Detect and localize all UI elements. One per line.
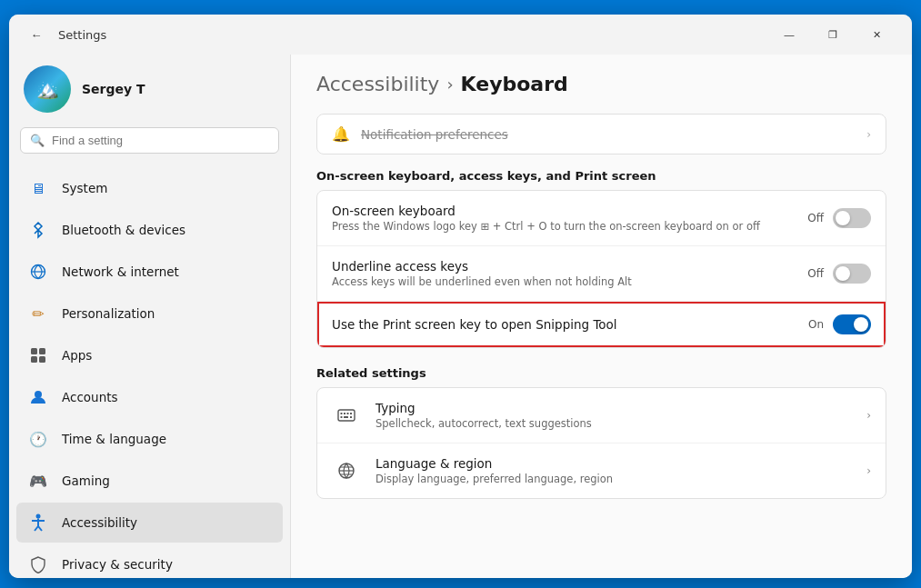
svg-rect-12 [338,410,355,421]
print-screen-control: On [808,314,871,334]
language-region-text: Language & region Display language, pref… [375,456,852,485]
related-settings-card: Typing Spellcheck, autocorrect, text sug… [316,387,886,499]
notification-chevron-icon: › [866,128,871,141]
gaming-icon: 🎮 [27,470,49,492]
language-icon [332,456,361,485]
apps-icon [27,344,49,366]
settings-window: ← Settings — ❐ ✕ 🏔️ Sergey T 🔍 🖥 System [9,15,912,578]
onscreen-keyboard-row: On-screen keyboard Press the Windows log… [317,191,886,246]
close-button[interactable]: ✕ [856,20,897,49]
svg-rect-16 [350,413,352,414]
network-icon [27,261,49,283]
sidebar: 🏔️ Sergey T 🔍 🖥 System Bluetooth [9,55,291,578]
toggle-thumb-3 [854,317,868,332]
sidebar-item-gaming[interactable]: 🎮 Gaming [16,461,283,501]
related-settings-section: Related settings Typing Spellcheck, auto… [316,366,886,499]
print-screen-toggle[interactable] [833,314,871,334]
main-layout: 🏔️ Sergey T 🔍 🖥 System Bluetooth [9,55,912,578]
onscreen-settings-card: On-screen keyboard Press the Windows log… [316,190,886,348]
svg-rect-14 [344,413,345,414]
nav-list: 🖥 System Bluetooth & devices Network & i… [9,164,290,578]
onscreen-keyboard-text: On-screen keyboard Press the Windows log… [332,204,793,233]
underline-access-keys-toggle[interactable] [833,264,871,284]
onscreen-keyboard-control: Off [807,208,871,228]
sidebar-item-time[interactable]: 🕐 Time & language [16,419,283,459]
accounts-icon [27,386,49,408]
breadcrumb-separator: › [446,75,453,94]
print-screen-row: Use the Print screen key to open Snippin… [317,302,886,347]
back-button[interactable]: ← [24,22,49,47]
privacy-icon [27,553,49,575]
sidebar-item-label-gaming: Gaming [62,473,110,488]
sidebar-item-system[interactable]: 🖥 System [16,168,283,208]
system-icon: 🖥 [27,177,49,199]
onscreen-keyboard-section: On-screen keyboard, access keys, and Pri… [316,169,886,348]
svg-line-11 [38,526,42,531]
sidebar-item-accounts[interactable]: Accounts [16,377,283,417]
underline-access-keys-row: Underline access keys Access keys will b… [317,246,886,302]
underline-access-keys-label: Underline access keys [332,259,793,274]
user-section: 🏔️ Sergey T [9,55,290,127]
sidebar-item-personalization[interactable]: ✏️ Personalization [16,294,283,334]
window-controls: — ❐ ✕ [768,20,897,49]
maximize-button[interactable]: ❐ [812,20,854,49]
search-icon: 🔍 [30,134,45,147]
content-area: Accessibility › Keyboard 🔔 Notification … [291,55,912,578]
notification-icon: 🔔 [332,125,350,143]
personalization-icon: ✏️ [27,303,49,324]
svg-rect-4 [31,356,37,363]
breadcrumb: Accessibility › Keyboard [316,73,886,95]
onscreen-keyboard-status: Off [807,212,824,224]
sidebar-item-label-network: Network & internet [62,264,179,279]
svg-point-6 [35,391,42,398]
svg-rect-13 [341,413,343,414]
language-region-right: › [866,464,871,477]
language-region-label: Language & region [375,456,852,471]
toggle-thumb-2 [836,266,850,281]
sidebar-item-network[interactable]: Network & internet [16,252,283,292]
typing-label: Typing [375,401,852,415]
accessibility-icon [27,512,49,533]
print-screen-status: On [808,318,824,331]
toggle-thumb [836,211,850,225]
underline-access-keys-status: Off [807,267,824,280]
sidebar-item-label-bluetooth: Bluetooth & devices [62,223,185,237]
sidebar-item-privacy[interactable]: Privacy & security [16,544,283,578]
sidebar-item-label-privacy: Privacy & security [62,557,173,572]
underline-access-keys-control: Off [807,264,871,284]
sidebar-item-apps[interactable]: Apps [16,335,283,375]
search-box[interactable]: 🔍 [20,127,279,154]
related-section-title: Related settings [316,366,886,380]
typing-icon [332,401,361,430]
sidebar-item-label-accounts: Accounts [62,390,118,404]
typing-row[interactable]: Typing Spellcheck, autocorrect, text sug… [317,388,886,443]
svg-rect-2 [31,348,37,354]
user-name: Sergey T [82,82,145,96]
sidebar-item-label-system: System [62,181,107,195]
print-screen-label: Use the Print screen key to open Snippin… [332,317,794,332]
onscreen-keyboard-toggle[interactable] [833,208,871,228]
minimize-button[interactable]: — [768,20,810,49]
underline-access-keys-text: Underline access keys Access keys will b… [332,259,793,288]
search-input[interactable] [52,134,269,147]
sidebar-item-label-time: Time & language [62,432,166,446]
app-title: Settings [58,28,106,42]
title-bar: ← Settings — ❐ ✕ [9,15,912,55]
print-screen-text: Use the Print screen key to open Snippin… [332,317,794,332]
typing-text: Typing Spellcheck, autocorrect, text sug… [375,401,852,430]
sidebar-item-label-personalization: Personalization [62,306,155,321]
language-region-row[interactable]: Language & region Display language, pref… [317,443,886,498]
svg-rect-3 [39,348,45,354]
time-icon: 🕐 [27,428,49,450]
sidebar-item-bluetooth[interactable]: Bluetooth & devices [16,210,283,250]
onscreen-keyboard-label: On-screen keyboard [332,204,793,218]
svg-rect-19 [350,416,352,418]
breadcrumb-current: Keyboard [461,73,568,95]
typing-right: › [866,409,871,422]
notification-preferences-row[interactable]: 🔔 Notification preferences › [316,114,886,154]
svg-point-7 [36,514,41,519]
language-region-desc: Display language, preferred language, re… [375,473,852,485]
sidebar-item-accessibility[interactable]: Accessibility [16,503,283,543]
underline-access-keys-desc: Access keys will be underlined even when… [332,275,793,288]
language-chevron-icon: › [866,464,871,477]
